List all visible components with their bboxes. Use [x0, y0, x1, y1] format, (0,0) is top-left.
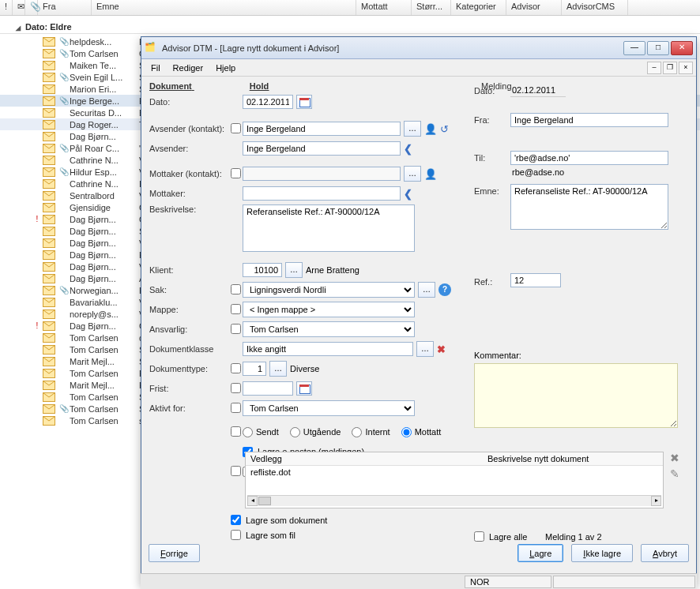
chk-ansvarlig[interactable]	[231, 324, 241, 334]
col-kategorier[interactable]: Kategorier	[451, 0, 506, 15]
attachment-icon: 📎	[58, 167, 70, 176]
help-icon[interactable]: ?	[438, 283, 451, 296]
menu-hjelp[interactable]: Hjelp	[209, 62, 242, 74]
menu-rediger[interactable]: Rediger	[167, 62, 210, 74]
chk-avsender-kontakt[interactable]	[231, 123, 241, 133]
attach-col-vedlegg[interactable]: Vedlegg	[246, 452, 483, 465]
chk-mottaker-kontakt[interactable]	[231, 168, 241, 178]
sak-browse-button[interactable]: …	[418, 282, 435, 298]
col-emne[interactable]: Emne	[92, 0, 356, 15]
label-kommentar: Kommentar:	[474, 351, 678, 360]
scroll-left-button[interactable]: ◂	[247, 496, 258, 506]
chk-lagre-dokument[interactable]: Lagre som dokument	[231, 515, 327, 525]
mdi-minimize-button[interactable]: –	[647, 62, 661, 74]
ikke-lagre-button[interactable]: Ikke lagre	[571, 544, 633, 562]
col-fra[interactable]: Fra	[38, 0, 92, 15]
col-storr[interactable]: Størr...	[412, 0, 451, 15]
m-fra-input[interactable]	[510, 113, 668, 127]
maximize-button[interactable]: □	[647, 41, 669, 55]
scroll-right-button[interactable]: ▸	[651, 496, 661, 506]
m-til-input[interactable]	[510, 151, 668, 165]
label-mottaker-kontakt: Mottaker (kontakt):	[149, 169, 228, 178]
frist-calendar-button[interactable]	[296, 381, 312, 396]
dokumenttype-browse-button[interactable]: …	[269, 361, 287, 377]
col-icon[interactable]: ✉	[13, 0, 25, 15]
chk-lagre-fil[interactable]: Lagre som fil	[231, 530, 327, 540]
col-advisor[interactable]: Advisor	[506, 0, 562, 15]
col-flag[interactable]: !	[0, 0, 13, 15]
frist-input[interactable]	[243, 381, 293, 396]
col-advisorcms[interactable]: AdvisorCMS	[562, 0, 628, 15]
section-hold[interactable]: Hold	[250, 81, 269, 91]
attachment-icon: 📎	[58, 49, 70, 58]
klient-no-input[interactable]	[243, 263, 282, 277]
klient-browse-button[interactable]: …	[285, 262, 303, 278]
mail-icon	[43, 144, 57, 153]
avbryt-button[interactable]: Avbryt	[641, 544, 689, 562]
mappe-select[interactable]: < Ingen mappe >	[243, 302, 415, 317]
dokumenttype-no-input[interactable]	[243, 362, 266, 376]
radio-internt[interactable]: Internt	[352, 427, 390, 437]
scroll-thumb[interactable]	[258, 497, 271, 505]
attach-row[interactable]: refliste.dot	[246, 466, 483, 478]
mottaker-kontakt-input[interactable]	[243, 167, 401, 181]
attach-scrollbar[interactable]: ◂ ▸	[247, 495, 661, 506]
radio-utgaende[interactable]: Utgående	[290, 427, 341, 437]
dato-calendar-button[interactable]	[296, 95, 312, 109]
aktivt-for-select[interactable]: Tom Carlsen	[243, 400, 415, 416]
m-emne-textarea[interactable]: Referanseliste Ref.: AT-90000/12A	[510, 184, 668, 230]
beskrivelse-textarea[interactable]: Referanseliste Ref.: AT-90000/12A	[243, 204, 415, 252]
mail-icon	[43, 262, 57, 272]
label-dokumentklasse: Dokumentklasse	[149, 344, 228, 354]
mdi-restore-button[interactable]: ❐	[663, 62, 677, 74]
mail-icon	[43, 167, 57, 177]
col-attach[interactable]: 📎	[25, 0, 38, 15]
dokumentklasse-input[interactable]	[243, 342, 413, 356]
arrow-left-icon[interactable]: ❮	[404, 143, 412, 155]
col-mottatt[interactable]: Mottatt	[356, 0, 412, 15]
sak-select[interactable]: Ligningsverdi Nordli	[243, 282, 415, 298]
avsender-input[interactable]	[243, 141, 401, 156]
mail-icon	[43, 37, 57, 47]
arrow-left-icon[interactable]: ❮	[404, 188, 412, 200]
label-dato: Dato:	[149, 97, 228, 107]
klient-name: Arne Bratteng	[306, 265, 359, 275]
refresh-icon[interactable]: ↺	[440, 123, 449, 135]
chk-lagre-alle[interactable]	[474, 531, 484, 542]
mottaker-input[interactable]	[243, 186, 401, 201]
lagre-button[interactable]: Lagre	[517, 544, 563, 562]
attach-col-beskrivelse[interactable]: Beskrivelse nytt dokument	[483, 452, 663, 465]
radio-mottatt[interactable]: Mottatt	[401, 427, 442, 437]
mail-icon	[43, 191, 57, 201]
dato-input[interactable]	[243, 95, 293, 109]
mail-icon	[43, 298, 57, 307]
mdi-close-button[interactable]: ×	[679, 62, 693, 74]
chk-frist[interactable]	[231, 383, 241, 393]
avsender-kontakt-browse-button[interactable]: …	[404, 121, 421, 137]
attach-delete-icon[interactable]: ✖	[670, 452, 679, 464]
chk-dokumenttype[interactable]	[231, 363, 241, 373]
title-bar[interactable]: 🗂️ Advisor DTM - [Lagre nytt dokument i …	[141, 37, 696, 59]
chk-aktivt-for[interactable]	[231, 403, 241, 413]
attach-edit-icon[interactable]: ✎	[670, 467, 679, 480]
chk-sak[interactable]	[231, 284, 241, 294]
ansvarlig-select[interactable]: Tom Carlsen	[243, 321, 415, 337]
group-header[interactable]: Dato: Eldre	[0, 16, 700, 34]
minimize-button[interactable]: —	[623, 41, 645, 55]
kommentar-textarea[interactable]	[474, 363, 678, 428]
avsender-kontakt-input[interactable]	[243, 122, 401, 136]
chk-mappe[interactable]	[231, 304, 241, 314]
from-cell: Tom Carlsen	[70, 369, 139, 378]
dokumentklasse-browse-button[interactable]: …	[416, 341, 434, 357]
chk-vedlegg-row[interactable]	[231, 466, 241, 476]
forrige-button[interactable]: Forrige	[149, 544, 200, 562]
mail-icon	[43, 49, 57, 58]
chk-direction[interactable]	[231, 426, 241, 437]
ref-input[interactable]	[510, 273, 561, 287]
radio-sendt[interactable]: Sendt	[243, 427, 279, 437]
mottaker-kontakt-browse-button[interactable]: …	[404, 166, 421, 182]
delete-icon[interactable]: ✖	[437, 343, 446, 355]
menu-fil[interactable]: Fil	[145, 62, 167, 74]
close-button[interactable]: ✕	[671, 41, 693, 55]
mail-icon	[43, 96, 57, 106]
